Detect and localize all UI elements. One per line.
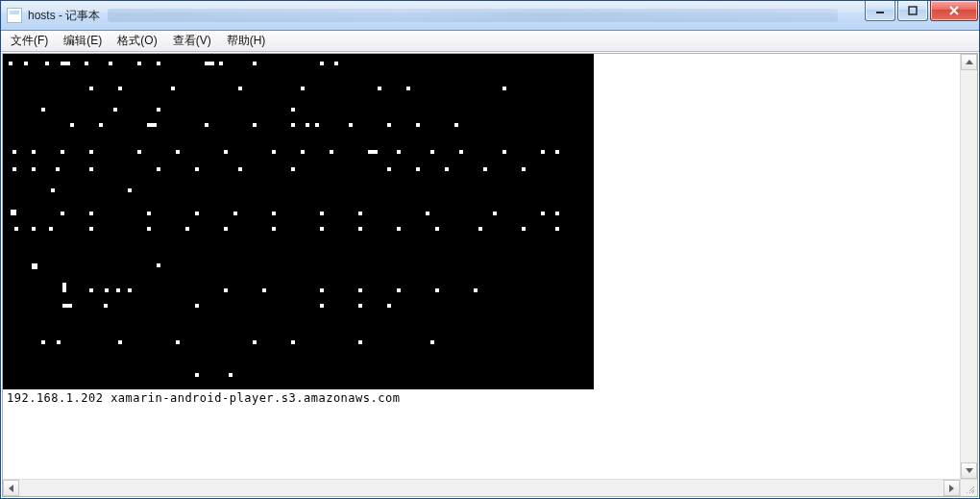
maximize-icon [908,6,918,15]
chevron-left-icon [9,485,13,492]
scroll-left-button[interactable] [3,480,19,496]
menu-edit[interactable]: 编辑(E) [56,31,110,51]
close-icon [948,6,960,15]
title-left: hosts - 记事本 [1,1,863,30]
minimize-button[interactable] [865,1,895,21]
maximize-button[interactable] [897,1,928,21]
window-controls [863,1,979,30]
close-button[interactable] [930,1,978,21]
chevron-up-icon [966,60,973,64]
svg-rect-1 [909,7,917,14]
notepad-window: hosts - 记事本 文件(F) 编辑(E) 格式(O) 查看(V) 帮助(H… [0,0,980,499]
title-blur-overlay [108,9,838,22]
minimize-icon [875,6,885,15]
vertical-scrollbar[interactable] [960,54,977,479]
chevron-down-icon [966,468,973,473]
window-title: hosts - 记事本 [28,8,100,24]
editor-text-line: 192.168.1.202 xamarin-android-player.s3.… [7,391,400,405]
menu-view[interactable]: 查看(V) [165,31,219,51]
resize-grip[interactable] [960,480,977,496]
editor-wrap: 192.168.1.202 xamarin-android-player.s3.… [3,54,977,479]
redacted-image [3,54,594,389]
scroll-up-button[interactable] [961,54,977,70]
scroll-right-button[interactable] [943,480,960,496]
menu-bar: 文件(F) 编辑(E) 格式(O) 查看(V) 帮助(H) [1,31,979,52]
chevron-right-icon [949,485,954,492]
grip-icon [965,484,974,493]
scroll-down-button[interactable] [961,462,977,479]
svg-rect-0 [876,12,884,13]
menu-file[interactable]: 文件(F) [3,31,56,51]
menu-help[interactable]: 帮助(H) [219,31,274,51]
client-area: 192.168.1.202 xamarin-android-player.s3.… [2,53,978,497]
horizontal-scrollbar[interactable] [3,479,977,496]
horizontal-scroll-track[interactable] [19,480,943,496]
title-bar[interactable]: hosts - 记事本 [1,1,979,31]
app-icon [7,8,22,23]
menu-format[interactable]: 格式(O) [110,31,164,51]
vertical-scroll-track[interactable] [961,70,977,462]
text-editor[interactable]: 192.168.1.202 xamarin-android-player.s3.… [3,54,960,479]
